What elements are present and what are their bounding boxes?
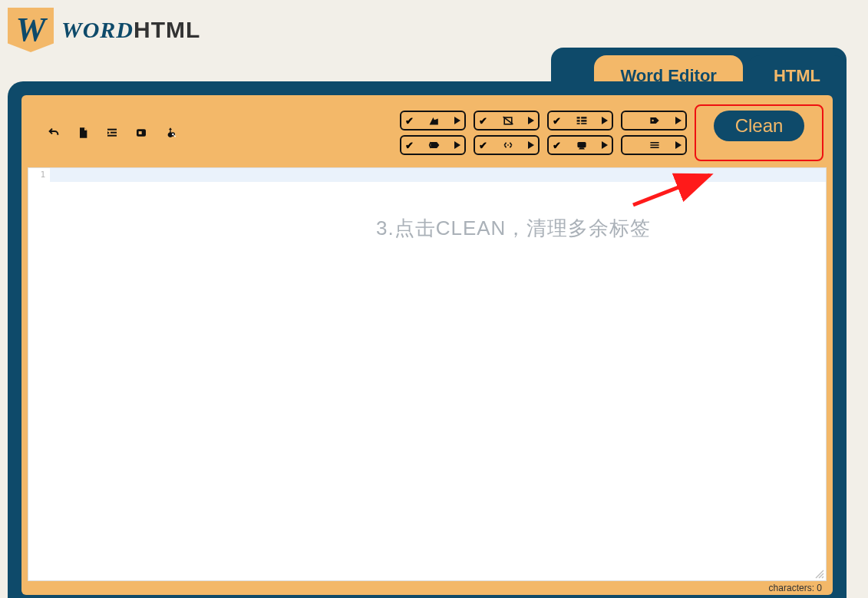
status-bar: characters: 0 — [28, 581, 827, 593]
option-attributes[interactable] — [621, 135, 687, 155]
svg-rect-14 — [581, 123, 586, 124]
svg-rect-0 — [107, 129, 117, 131]
option-remove-spans[interactable]: ✔ — [400, 135, 466, 155]
option-encoding[interactable]: ✔ — [547, 135, 613, 155]
brand-html: HTML — [134, 17, 200, 43]
char-count: 0 — [817, 583, 822, 593]
code-editor[interactable]: 1 — [28, 167, 827, 581]
logo-badge: W — [8, 8, 54, 52]
resize-handle-icon[interactable] — [814, 568, 824, 579]
clean-highlight-box: Clean — [695, 104, 823, 161]
svg-rect-17 — [650, 142, 658, 144]
option-remove-empty[interactable]: ✔ — [547, 111, 613, 131]
code-body[interactable] — [50, 168, 826, 580]
line-gutter: 1 — [28, 168, 50, 580]
brand-text: WORDHTML — [61, 17, 200, 43]
line-number-1: 1 — [28, 170, 45, 180]
svg-rect-12 — [581, 117, 586, 118]
svg-rect-18 — [650, 144, 658, 146]
toolbar: ✔ ✔ ✔ — [28, 101, 827, 167]
svg-line-6 — [174, 135, 176, 137]
find-replace-icon[interactable] — [161, 124, 180, 142]
svg-rect-4 — [139, 131, 142, 134]
svg-rect-19 — [650, 147, 658, 148]
clean-options-grid: ✔ ✔ ✔ — [400, 111, 687, 155]
sample-link[interactable]: Sample — [21, 595, 833, 598]
indent-icon[interactable] — [103, 124, 121, 142]
char-label: characters: — [769, 583, 814, 593]
clean-button[interactable]: Clean — [714, 111, 805, 141]
option-inline-styles[interactable]: ✔ — [400, 111, 466, 131]
svg-point-15 — [652, 120, 653, 121]
option-remove-comments[interactable]: ✔ — [474, 135, 540, 155]
undo-icon[interactable] — [45, 124, 63, 142]
logo-letter: W — [15, 13, 45, 47]
new-file-icon[interactable] — [74, 124, 92, 142]
svg-rect-1 — [111, 132, 117, 134]
editor-panel: ✔ ✔ ✔ — [21, 95, 833, 595]
svg-rect-10 — [576, 120, 579, 121]
clean-button-label: Clean — [735, 115, 784, 136]
option-remove-classes[interactable]: ✔ — [474, 111, 540, 131]
svg-rect-2 — [107, 135, 117, 137]
svg-rect-9 — [576, 117, 579, 118]
svg-rect-16 — [577, 142, 586, 147]
svg-rect-13 — [581, 120, 586, 121]
container-icon[interactable] — [132, 124, 150, 142]
html-panel: ✔ ✔ ✔ — [8, 81, 847, 598]
svg-line-22 — [822, 577, 823, 578]
brand-word: WORD — [61, 17, 134, 43]
option-remove-tags[interactable] — [621, 111, 687, 131]
svg-rect-11 — [576, 123, 579, 124]
